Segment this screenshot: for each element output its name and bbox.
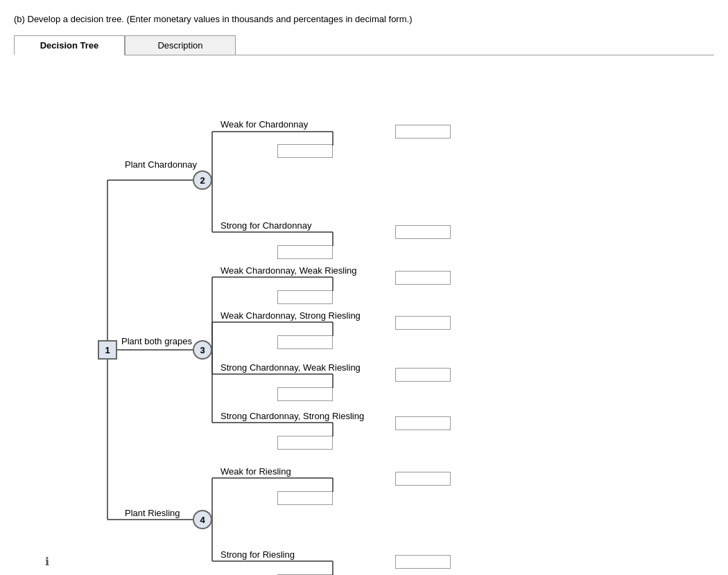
node-4: 4 (193, 510, 212, 529)
tree-svg (42, 62, 666, 575)
instruction-text: (b) Develop a decision tree. (Enter mone… (14, 14, 714, 24)
tab-description[interactable]: Description (125, 35, 236, 55)
node-1: 1 (98, 340, 117, 360)
tab-decision-tree[interactable]: Decision Tree (14, 35, 125, 55)
node-2: 2 (193, 170, 212, 190)
node-3: 3 (193, 340, 212, 360)
node-4-label: 4 (200, 515, 205, 525)
node-2-label: 2 (200, 175, 205, 186)
tree-area: 1 2 3 4 Plant Chardonnay Plant both grap… (42, 62, 666, 575)
node-1-label: 1 (105, 345, 110, 355)
tabs-container: Decision Tree Description (14, 35, 714, 55)
node-3-label: 3 (200, 345, 205, 355)
